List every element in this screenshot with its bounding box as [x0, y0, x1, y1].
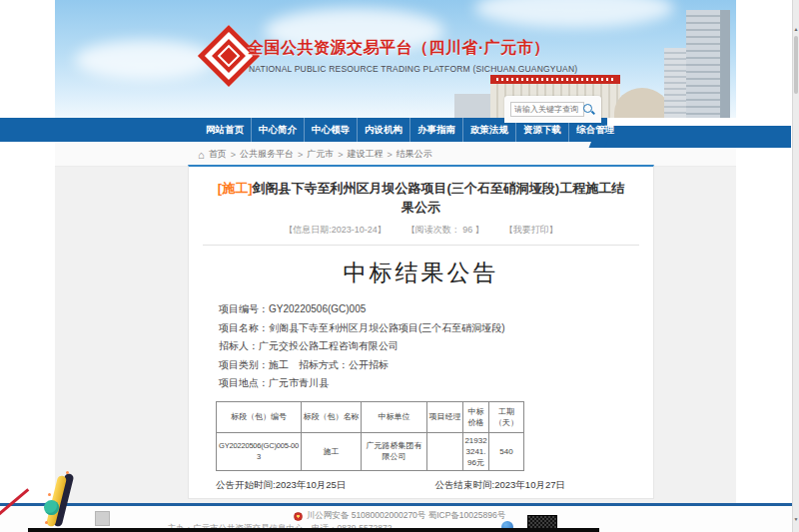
spark-decoration [45, 521, 48, 524]
table-cell: 广元路桥集团有限公司 [362, 432, 427, 470]
period-end: 公告结束时间:2023年10月27日 [435, 479, 565, 492]
table-header-cell: 工期（天） [489, 401, 524, 432]
building-illustration [614, 88, 670, 118]
nav-item[interactable]: 内设机构 [358, 118, 410, 142]
site-subtitle: NATIONAL PUBLIC RESOURCE TRADING PLATFOR… [249, 64, 577, 74]
period-start: 公告开始时间:2023年10月25日 [216, 479, 346, 492]
announcement-heading: 中标结果公告 [189, 258, 653, 288]
table-header-cell: 项目经理 [427, 401, 463, 432]
scrollbar[interactable] [792, 0, 799, 532]
breadcrumb-item[interactable]: 建设工程 [347, 148, 383, 161]
table-cell: 219323241.96元 [463, 432, 489, 470]
breadcrumb-separator: > [231, 150, 236, 160]
table-header-row: 标段（包）编号标段（包）名称中标单位项目经理中标价格工期（天） [217, 401, 524, 432]
police-emblem-icon [294, 512, 303, 521]
article-category-tag: [施工] [218, 181, 253, 196]
article-title: [施工]剑阁县下寺至利州区月坝公路项目(三个石至硝洞垭段)工程施工结果公示 [217, 179, 625, 217]
breadcrumb-item[interactable]: 首页 [209, 148, 227, 161]
table-row: GY20220506(GC)005-003施工广元路桥集团有限公司2193232… [217, 432, 524, 470]
cloud-decoration [75, 40, 215, 80]
browser-page: 全国公共资源交易平台（四川省·广元市） NATIONAL PUBLIC RESO… [0, 0, 799, 532]
desktop-icon-placeholder [95, 511, 110, 526]
table-header-cell: 中标单位 [362, 401, 427, 432]
cloud-decoration [474, 0, 674, 28]
footer-record-line: 川公网安备 51080002000270号 蜀ICP备10025896号 [0, 510, 799, 522]
scrollbar-down-icon[interactable] [793, 516, 799, 522]
table-header-cell: 标段（包）名称 [302, 401, 362, 432]
print-link[interactable]: 【我要打印】 [504, 225, 558, 235]
nav-item[interactable]: 网站首页 [199, 118, 252, 142]
table-body: GY20220506(GC)005-003施工广元路桥集团有限公司2193232… [217, 432, 524, 470]
breadcrumb: ⌂ 首页>公共服务平台>广元市>建设工程>结果公示 [198, 148, 432, 161]
home-icon: ⌂ [198, 150, 205, 160]
site-banner: 全国公共资源交易平台（四川省·广元市） NATIONAL PUBLIC RESO… [55, 0, 736, 118]
announcement-panel: [施工]剑阁县下寺至利州区月坝公路项目(三个石至硝洞垭段)工程施工结果公示 【信… [188, 165, 654, 499]
result-table: 标段（包）编号标段（包）名称中标单位项目经理中标价格工期（天） GY202205… [216, 401, 524, 471]
article-meta: 【信息日期:2023-10-24】【阅读次数： 96 】【我要打印】 [189, 224, 653, 237]
breadcrumb-separator: > [338, 150, 343, 160]
project-field: 项目名称：剑阁县下寺至利州区月坝公路项目(三个石至硝洞垭段) [219, 319, 653, 338]
nav-item[interactable]: 中心领导 [305, 118, 358, 142]
table-cell: GY20220506(GC)005-003 [217, 432, 302, 470]
building-illustration [686, 10, 730, 118]
project-field: 项目地点：广元市青川县 [219, 374, 653, 393]
search-icon[interactable] [581, 102, 596, 117]
pencil-decoration [44, 473, 76, 531]
spark-decoration [66, 471, 69, 474]
announcement-period: 公告开始时间:2023年10月25日 公告结束时间:2023年10月27日 [216, 479, 565, 492]
scrollbar-up-icon[interactable] [793, 26, 799, 32]
spark-decoration [48, 493, 51, 496]
breadcrumb-item[interactable]: 广元市 [307, 148, 334, 161]
article-title-text: 剑阁县下寺至利州区月坝公路项目(三个石至硝洞垭段)工程施工结果公示 [253, 181, 625, 215]
table-cell [427, 432, 463, 470]
table-header-cell: 标段（包）编号 [217, 401, 302, 432]
building-illustration [454, 94, 494, 118]
building-illustration [664, 48, 686, 118]
breadcrumb-separator: > [387, 150, 392, 160]
project-field: 项目类别：施工 招标方式：公开招标 [219, 356, 653, 375]
taskbar-strip [28, 528, 599, 532]
record-numbers: 川公网安备 51080002000270号 蜀ICP备10025896号 [307, 510, 505, 522]
breadcrumb-item[interactable]: 公共服务平台 [240, 148, 294, 161]
read-count-label: 【阅读次数： 96 】 [406, 225, 484, 235]
nav-item[interactable]: 中心简介 [252, 118, 305, 142]
site-title: 全国公共资源交易平台（四川省·广元市） [248, 38, 550, 59]
table-header-cell: 中标价格 [463, 401, 489, 432]
footer-top-border [0, 503, 799, 506]
breadcrumb-item: 结果公示 [397, 148, 432, 161]
building-red-sign [490, 75, 620, 84]
project-field: 项目编号：GY20220506(GC)005 [219, 300, 653, 319]
project-field: 招标人：广元交投公路工程咨询有限公司 [219, 337, 653, 356]
scrollbar-thumb[interactable] [794, 36, 798, 94]
divider [203, 245, 639, 246]
breadcrumb-separator: > [298, 150, 303, 160]
nav-bar-extension [599, 126, 791, 148]
search-box [504, 96, 601, 123]
teal-dot-decoration [44, 500, 59, 515]
nav-item[interactable]: 办事指南 [410, 118, 463, 142]
table-cell: 540 [489, 432, 524, 470]
table-cell: 施工 [302, 432, 362, 470]
breadcrumb-trail: 首页>公共服务平台>广元市>建设工程>结果公示 [209, 148, 432, 161]
project-fields: 项目编号：GY20220506(GC)005项目名称：剑阁县下寺至利州区月坝公路… [219, 300, 653, 393]
info-date-label: 【信息日期:2023-10-24】 [284, 225, 387, 235]
search-input[interactable] [510, 102, 584, 117]
